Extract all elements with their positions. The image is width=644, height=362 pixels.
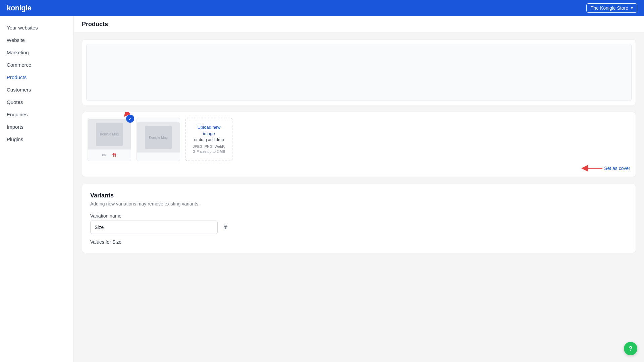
main-content: Products xyxy=(74,16,644,362)
variation-delete-button[interactable]: 🗑 xyxy=(222,223,230,232)
page-title: Products xyxy=(82,21,636,28)
sidebar-item-enquiries[interactable]: Enquiries xyxy=(0,108,73,121)
product-image-1: Konigle Mug xyxy=(88,119,131,149)
store-name: The Konigle Store xyxy=(591,5,628,11)
upload-link-label[interactable]: Upload newimage xyxy=(198,124,221,136)
sidebar-item-quotes[interactable]: Quotes xyxy=(0,96,73,108)
image1-wrapper: ✓ Konigle Mug ✏ 🗑 xyxy=(88,118,131,161)
chevron-down-icon: ▾ xyxy=(631,6,633,10)
image1-actions: ✏ 🗑 xyxy=(102,149,117,160)
sidebar-item-marketing[interactable]: Marketing xyxy=(0,46,73,59)
gallery-card-footer: Set as cover xyxy=(88,161,630,171)
variation-name-label: Variation name xyxy=(90,213,628,219)
store-selector[interactable]: The Konigle Store ▾ xyxy=(586,3,637,13)
sidebar-item-commerce[interactable]: Commerce xyxy=(0,59,73,71)
gallery-items: ✓ Konigle Mug ✏ 🗑 xyxy=(88,118,630,161)
help-button[interactable]: ? xyxy=(624,342,637,355)
header: konigle The Konigle Store ▾ xyxy=(0,0,644,16)
sidebar-item-plugins[interactable]: Plugins xyxy=(0,133,73,145)
sidebar-item-products[interactable]: Products xyxy=(0,71,73,83)
sidebar-item-your-websites[interactable]: Your websites xyxy=(0,21,73,34)
edit-icon[interactable]: ✏ xyxy=(102,152,106,159)
values-for-size-label: Values for Size xyxy=(90,239,628,245)
sidebar-item-customers[interactable]: Customers xyxy=(0,83,73,96)
variants-title: Variants xyxy=(90,192,628,199)
gallery-image-1[interactable]: ✓ Konigle Mug ✏ 🗑 xyxy=(88,118,131,161)
sidebar-item-imports[interactable]: Imports xyxy=(0,121,73,133)
set-as-cover-wrapper: Set as cover xyxy=(604,165,630,171)
selected-badge: ✓ xyxy=(126,115,134,123)
page-header: Products xyxy=(74,16,644,33)
trash-icon: 🗑 xyxy=(223,224,228,230)
image-placeholder xyxy=(86,44,632,101)
upload-zone[interactable]: Upload newimage or drag and drop JPEG, P… xyxy=(185,118,232,161)
image-card xyxy=(82,40,636,105)
upload-or-label: or drag and drop xyxy=(194,137,224,142)
variants-card: Variants Adding new variations may remov… xyxy=(82,184,636,253)
product-image-2: Konigle Mug xyxy=(137,122,180,153)
sidebar-item-website[interactable]: Website xyxy=(0,34,73,46)
variation-name-input[interactable] xyxy=(90,221,218,234)
arrow2-annotation xyxy=(581,162,604,175)
logo: konigle xyxy=(7,4,32,12)
delete-icon[interactable]: 🗑 xyxy=(112,152,117,159)
layout: Your websites Website Marketing Commerce… xyxy=(0,16,644,362)
set-as-cover-button[interactable]: Set as cover xyxy=(604,166,630,171)
gallery-image-2[interactable]: Konigle Mug xyxy=(137,118,180,161)
question-mark-icon: ? xyxy=(629,345,633,352)
variation-name-row: 🗑 xyxy=(90,221,628,234)
upload-hint-label: JPEG, PNG, WebP,GIF size up to 2 MB xyxy=(193,144,225,155)
content-area: ✓ Konigle Mug ✏ 🗑 xyxy=(74,33,644,260)
gallery-card: ✓ Konigle Mug ✏ 🗑 xyxy=(82,112,636,177)
variants-subtitle: Adding new variations may remove existin… xyxy=(90,201,628,206)
sidebar: Your websites Website Marketing Commerce… xyxy=(0,16,74,362)
check-icon: ✓ xyxy=(128,116,132,121)
